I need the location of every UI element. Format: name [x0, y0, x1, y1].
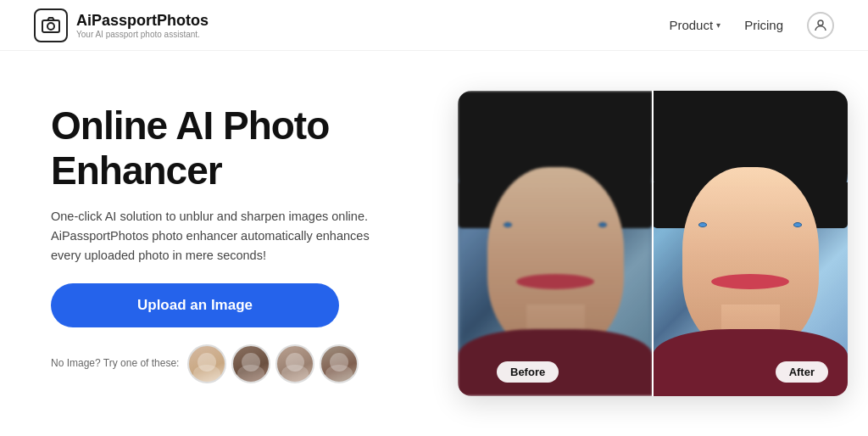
- navbar: AiPassportPhotos Your AI passport photo …: [0, 0, 868, 51]
- sample-thumb-1[interactable]: [187, 344, 226, 383]
- logo-subtitle: Your AI passport photo assistant.: [76, 30, 209, 39]
- logo-title: AiPassportPhotos: [76, 12, 209, 30]
- nav-product[interactable]: Product ▾: [669, 18, 721, 32]
- main-content: Online AI Photo Enhancer One-click AI so…: [0, 51, 868, 436]
- after-panel: [653, 91, 848, 396]
- nav-links: Product ▾ Pricing: [669, 12, 834, 39]
- nav-pricing[interactable]: Pricing: [744, 18, 783, 32]
- before-panel: [458, 91, 653, 396]
- logo-area[interactable]: AiPassportPhotos Your AI passport photo …: [34, 8, 209, 42]
- before-label: Before: [497, 361, 559, 383]
- account-icon[interactable]: [807, 12, 834, 39]
- sample-thumb-2[interactable]: [231, 344, 270, 383]
- chevron-down-icon: ▾: [716, 20, 721, 30]
- left-side: Online AI Photo Enhancer One-click AI so…: [51, 103, 407, 383]
- upload-button[interactable]: Upload an Image: [51, 283, 339, 327]
- logo-text: AiPassportPhotos Your AI passport photo …: [76, 12, 209, 39]
- before-after-container: Before After: [458, 91, 848, 396]
- right-side: Before After: [458, 91, 848, 396]
- sample-row: No Image? Try one of these:: [51, 344, 407, 383]
- svg-point-2: [818, 20, 823, 25]
- headline: Online AI Photo Enhancer: [51, 103, 407, 193]
- camera-icon: [34, 8, 68, 42]
- description: One-click AI solution to unblur and shar…: [51, 207, 373, 266]
- sample-thumb-3[interactable]: [275, 344, 314, 383]
- svg-point-1: [47, 23, 54, 30]
- sample-label: No Image? Try one of these:: [51, 356, 179, 371]
- after-label: After: [776, 361, 828, 383]
- divider-line: [652, 91, 654, 396]
- sample-thumbs: [187, 344, 359, 383]
- sample-thumb-4[interactable]: [320, 344, 359, 383]
